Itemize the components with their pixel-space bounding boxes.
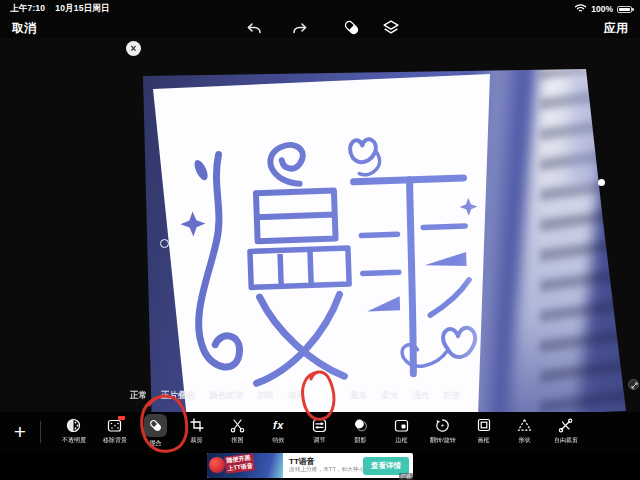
canvas-area[interactable]: × 正常 正片叠底 颜色加深 加暗 加亮 屏幕 叠加 柔光 强光 差值: [0, 38, 640, 412]
resize-handle-right[interactable]: [598, 179, 605, 186]
toolbar-item-label: 裁剪: [191, 436, 203, 444]
toolbar-item-label: 阴影: [355, 436, 367, 444]
blend-icon: [144, 414, 167, 437]
wifi-icon: [574, 3, 587, 15]
toolbar-item-label: 画框: [478, 436, 490, 444]
resize-handle-left[interactable]: [160, 239, 169, 248]
toolbar-item-cutout[interactable]: 抠图: [217, 417, 258, 448]
toolbar-item-label: 翻转/旋转: [430, 436, 456, 444]
toolbar-item-label: 形状: [519, 436, 531, 444]
crop-icon: [190, 417, 204, 434]
blend-option-color-burn[interactable]: 颜色加深: [209, 390, 243, 402]
photo-glow: [570, 68, 632, 188]
ad-text: TT语音 游戏上分难，来TT，和大神小…: [283, 455, 363, 476]
battery-icon: [617, 6, 632, 13]
toolbar-item-shadow[interactable]: 阴影: [340, 417, 381, 448]
ad-thumb-graphic: [209, 457, 225, 473]
blend-option-overlay[interactable]: 叠加: [350, 390, 367, 402]
shape-icon: [517, 417, 532, 434]
close-layer-button[interactable]: ×: [126, 41, 141, 56]
photo-layer[interactable]: [140, 68, 632, 412]
ad-banner[interactable]: 随便开黑 上TT语音 TT语音 游戏上分难，来TT，和大神小… 查看详情 广告: [207, 453, 413, 478]
shadow-icon: [353, 417, 368, 434]
edit-bar: 取消 应用: [0, 18, 640, 38]
blend-option-lighten[interactable]: 加亮: [288, 390, 305, 402]
toolbar-item-adjust[interactable]: 调节: [299, 417, 340, 448]
clock: 上午7:10: [10, 3, 45, 15]
toolbar-item-effects[interactable]: fx 特效: [258, 417, 299, 448]
resize-handle-corner[interactable]: [628, 379, 639, 390]
ad-cta-button[interactable]: 查看详情: [363, 457, 409, 475]
blend-option-multiply[interactable]: 正片叠底: [161, 390, 195, 402]
toolbar-item-label: 调节: [314, 436, 326, 444]
frame-icon: [477, 417, 491, 434]
layers-button[interactable]: [382, 19, 400, 37]
blend-option-soft-light[interactable]: 柔光: [381, 390, 398, 402]
toolbar-item-blend[interactable]: 混合: [135, 417, 176, 448]
blend-option-hard-light[interactable]: 强光: [412, 390, 429, 402]
toolbar-item-label: 特效: [273, 436, 285, 444]
toolbar-item-label: 移除背景: [103, 436, 127, 444]
blend-option-normal[interactable]: 正常: [130, 390, 147, 402]
toolbar-item-label: 混合: [150, 439, 162, 447]
cancel-button[interactable]: 取消: [12, 20, 36, 37]
toolbar-item-border[interactable]: 边框: [381, 417, 422, 448]
ad-label: 广告: [399, 473, 413, 480]
opacity-icon: [66, 417, 81, 434]
toolbar-item-flip-rotate[interactable]: 翻转/旋转: [422, 417, 463, 448]
ad-description: 游戏上分难，来TT，和大神小…: [289, 467, 356, 474]
adjust-icon: [312, 417, 327, 434]
toolbar-item-free-crop[interactable]: 自由裁剪: [545, 417, 586, 448]
toolbar-item-crop[interactable]: 裁剪: [176, 417, 217, 448]
apply-button[interactable]: 应用: [604, 20, 628, 37]
blend-option-screen[interactable]: 屏幕: [319, 390, 336, 402]
add-button[interactable]: +: [0, 417, 40, 447]
toolbar-item-label: 抠图: [232, 436, 244, 444]
status-bar: 上午7:10 10月15日周日 100%: [0, 0, 640, 18]
ad-row: 随便开黑 上TT语音 TT语音 游戏上分难，来TT，和大神小… 查看详情 广告: [0, 452, 640, 480]
ad-thumbnail: 随便开黑 上TT语音: [207, 453, 283, 478]
undo-button[interactable]: [244, 19, 262, 37]
toolbar-item-opacity[interactable]: 不透明度: [53, 417, 94, 448]
redo-button[interactable]: [292, 19, 310, 37]
eraser-tool-button[interactable]: [343, 19, 361, 37]
toolbar-item-label: 边框: [396, 436, 408, 444]
free-crop-icon: [558, 417, 573, 434]
toolbar-item-label: 不透明度: [62, 436, 86, 444]
border-icon: [394, 417, 409, 434]
toolbar-item-remove-background[interactable]: 移除背景: [94, 417, 135, 448]
blend-mode-row: 正常 正片叠底 颜色加深 加暗 加亮 屏幕 叠加 柔光 强光 差值: [130, 390, 460, 402]
ad-title: TT语音: [289, 457, 359, 467]
pro-badge: [118, 416, 125, 420]
date: 10月15日周日: [55, 3, 110, 15]
fx-icon: fx: [273, 417, 284, 434]
toolbar-item-shape[interactable]: 形状: [504, 417, 545, 448]
scissors-icon: [230, 417, 245, 434]
battery-percent: 100%: [591, 4, 613, 14]
rotate-icon: [435, 417, 450, 434]
photo-editor-screen: 上午7:10 10月15日周日 100% 取消: [0, 0, 640, 480]
blend-option-difference[interactable]: 差值: [443, 390, 460, 402]
remove-background-icon: [107, 417, 122, 434]
bottom-toolbar: + 不透明度: [0, 412, 640, 452]
toolbar-divider: [40, 421, 41, 443]
blend-option-darken[interactable]: 加暗: [257, 390, 274, 402]
toolbar-item-label: 自由裁剪: [554, 436, 578, 444]
toolbar-item-frame[interactable]: 画框: [463, 417, 504, 448]
